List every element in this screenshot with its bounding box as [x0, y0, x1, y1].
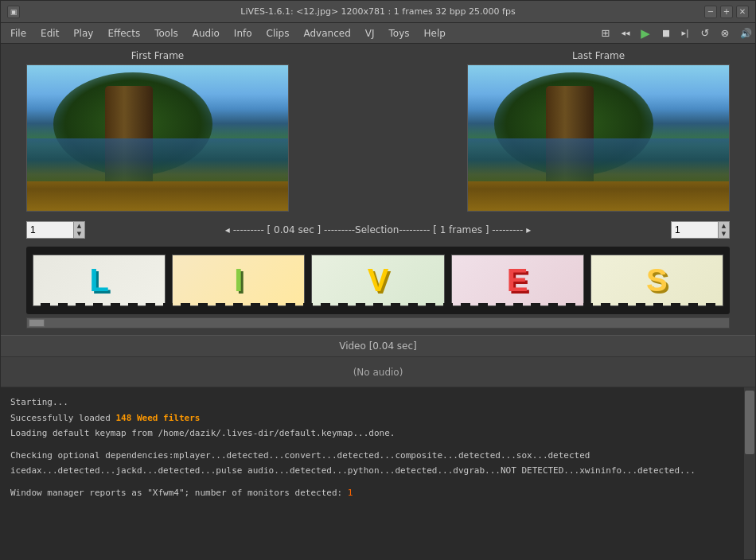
last-frame-content — [468, 65, 729, 211]
log-line-3: Loading default keymap from /home/dazik/… — [10, 426, 746, 441]
rewind-icon[interactable]: ◂◂ — [617, 25, 634, 42]
center-spacer — [302, 50, 454, 212]
film-frame-letter-S: S — [591, 255, 723, 305]
minimize-button[interactable]: − — [704, 6, 717, 18]
menu-info[interactable]: Info — [228, 26, 259, 41]
timeline-controls: 1 ▲ ▼ ◂ --------- [ 0.04 sec ] ---------… — [10, 216, 746, 243]
titlebar-controls: − + ✕ — [704, 6, 749, 18]
menu-play[interactable]: Play — [67, 26, 99, 41]
window-icon: ▣ — [7, 6, 20, 18]
selection-left-arrow: ◂ — [225, 224, 230, 235]
vertical-scrollbar[interactable] — [744, 387, 755, 559]
log-line-4: Checking optional dependencies:mplayer..… — [10, 449, 746, 463]
multiscreen-icon[interactable]: ⊞ — [597, 25, 614, 42]
first-frame-label: First Frame — [131, 50, 184, 61]
log-highlight-filters: 148 Weed filters — [115, 413, 200, 423]
film-frame-3[interactable]: V — [311, 255, 444, 306]
menu-advanced[interactable]: Advanced — [297, 26, 357, 41]
film-frame-4[interactable]: E — [451, 255, 584, 306]
maximize-button[interactable]: + — [720, 6, 733, 18]
film-frame-1[interactable]: L — [33, 255, 166, 306]
first-frame-image — [26, 64, 289, 212]
scroll-thumb[interactable] — [29, 319, 45, 327]
last-frame-image — [467, 64, 730, 212]
log-area: Starting... Successfully loaded 148 Weed… — [1, 387, 755, 559]
film-frame-5[interactable]: S — [590, 255, 723, 306]
first-frame-panel: First Frame — [26, 50, 289, 212]
end-spin-up-arrow[interactable]: ▲ — [719, 222, 729, 230]
preview-section: First Frame Last Frame — [1, 44, 755, 335]
menu-help[interactable]: Help — [418, 26, 452, 41]
water-reflection — [27, 138, 288, 182]
start-frame-spinner[interactable]: ▲ ▼ — [74, 221, 85, 239]
filmstrip-container: L I V E S — [10, 243, 746, 317]
log-gap-1 — [10, 442, 746, 449]
menu-vj[interactable]: VJ — [359, 26, 381, 41]
end-frame-group: 1 ▲ ▼ — [671, 221, 730, 239]
scrollbar-thumb[interactable] — [745, 391, 754, 454]
menu-toys[interactable]: Toys — [383, 26, 416, 41]
menubar: File Edit Play Effects Tools Audio Info … — [1, 23, 755, 44]
log-line-1: Starting... — [10, 395, 746, 410]
toolbar-icons: ⊞ ◂◂ ▶ ▮▮ ▸| ↺ ⊗ — [597, 25, 734, 42]
log-gap-2 — [10, 480, 746, 486]
spin-down-arrow[interactable]: ▼ — [74, 230, 84, 238]
spin-up-arrow[interactable]: ▲ — [74, 222, 84, 230]
timeline-scrollbar[interactable] — [26, 317, 730, 329]
last-frame-label: Last Frame — [572, 50, 625, 61]
film-frame-letter-I: I — [173, 255, 304, 305]
audio-area: (No audio) — [1, 357, 755, 387]
skip-end-icon[interactable]: ▸| — [676, 25, 694, 42]
loop-icon[interactable]: ↺ — [696, 25, 714, 42]
film-frame-letter-E: E — [452, 255, 583, 305]
log-line-2: Successfully loaded 148 Weed filters — [10, 411, 746, 426]
menu-file[interactable]: File — [4, 26, 33, 41]
last-frame-panel: Last Frame — [467, 50, 730, 212]
filmstrip: L I V E S — [26, 247, 730, 314]
monitor-count: 1 — [348, 488, 353, 498]
first-frame-content — [27, 65, 288, 211]
log-line-5: icedax...detected...jackd...detected...p… — [10, 464, 746, 478]
film-frame-letter-V: V — [312, 255, 443, 305]
menu-audio[interactable]: Audio — [186, 26, 226, 41]
preview-area: First Frame Last Frame — [10, 50, 746, 212]
titlebar: ▣ LiVES-1.6.1: <12.jpg> 1200x781 : 1 fra… — [1, 1, 755, 23]
selection-text: --------- [ 0.04 sec ] ---------Selectio… — [233, 224, 523, 235]
log-line-6: Window manager reports as "Xfwm4"; numbe… — [10, 486, 746, 500]
volume-control[interactable]: 🔊 — [740, 28, 752, 39]
water-reflection-right — [468, 138, 729, 182]
pause-icon[interactable]: ▮▮ — [657, 25, 674, 42]
film-frame-2[interactable]: I — [172, 255, 305, 306]
start-frame-group: 1 ▲ ▼ — [26, 221, 85, 239]
close-button[interactable]: ✕ — [736, 6, 749, 18]
titlebar-left: ▣ — [7, 6, 20, 18]
selection-info: ◂ --------- [ 0.04 sec ] ---------Select… — [225, 224, 532, 235]
play-icon[interactable]: ▶ — [637, 25, 654, 42]
record-icon[interactable]: ⊗ — [716, 25, 734, 42]
menu-clips[interactable]: Clips — [260, 26, 296, 41]
end-frame-input[interactable]: 1 — [671, 221, 719, 239]
audio-label: (No audio) — [353, 367, 403, 378]
end-spin-down-arrow[interactable]: ▼ — [719, 230, 729, 238]
start-frame-input[interactable]: 1 — [26, 221, 74, 239]
titlebar-title: LiVES-1.6.1: <12.jpg> 1200x781 : 1 frame… — [240, 6, 515, 17]
main-content: First Frame Last Frame — [1, 44, 755, 559]
end-frame-spinner[interactable]: ▲ ▼ — [719, 221, 730, 239]
menu-tools[interactable]: Tools — [148, 26, 185, 41]
menu-effects[interactable]: Effects — [101, 26, 146, 41]
menu-edit[interactable]: Edit — [34, 26, 65, 41]
video-label: Video [0.04 sec] — [1, 335, 755, 357]
selection-right-arrow: ▸ — [526, 224, 531, 235]
film-frame-letter-L: L — [33, 255, 165, 305]
